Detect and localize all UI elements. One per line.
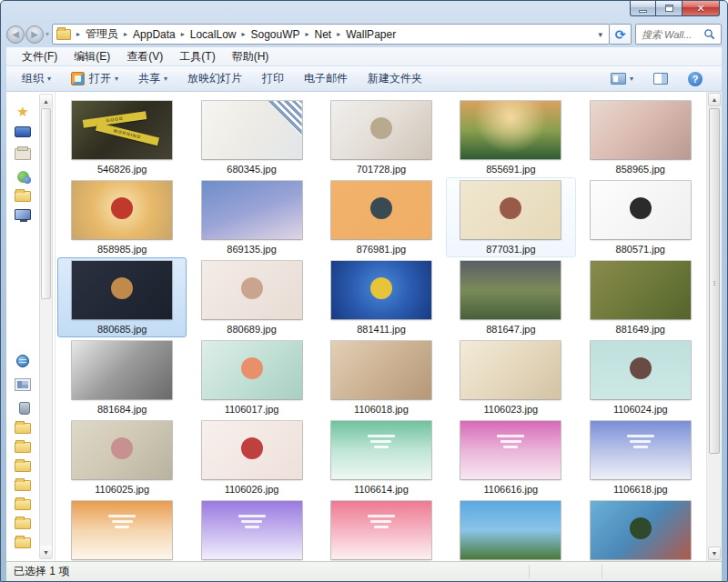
toolbar-button[interactable]: 放映幻灯片 — [179, 67, 250, 90]
current-folder-icon[interactable] — [15, 191, 31, 202]
file-item[interactable]: 680345.jpg — [187, 97, 316, 177]
back-button[interactable]: ◀ — [6, 25, 25, 44]
folder-icon[interactable] — [15, 461, 31, 472]
toolbar-button[interactable]: 组织▾ — [14, 67, 59, 90]
recent-pages-dropdown[interactable]: ▾ — [46, 30, 49, 38]
file-item[interactable]: 701728.jpg — [317, 97, 446, 177]
recycle-bin-icon[interactable] — [19, 402, 30, 415]
minimize-button[interactable] — [630, 1, 656, 16]
toolbar-button[interactable]: 打印 — [254, 67, 292, 90]
search-input[interactable] — [640, 28, 703, 41]
favorites-star-icon[interactable]: ★ — [15, 105, 31, 119]
toolbar-button[interactable]: 电子邮件 — [296, 67, 356, 90]
close-button[interactable]: ✕ — [682, 1, 720, 16]
main-area: ★ ▲ ▼ GOODMORNING546826.jpg680345.jpg701… — [6, 92, 722, 561]
file-item[interactable]: 1111582.jpg — [446, 497, 575, 561]
scrollbar-thumb[interactable] — [41, 108, 51, 299]
file-name: 1106618.jpg — [613, 484, 668, 495]
file-item[interactable]: 1106618.jpg — [576, 417, 705, 497]
folder-icon[interactable] — [15, 442, 31, 453]
forward-button[interactable]: ▶ — [25, 25, 44, 44]
scroll-down-icon[interactable]: ▼ — [708, 547, 721, 560]
control-panel-icon[interactable] — [15, 378, 31, 391]
file-item[interactable]: 880685.jpg — [57, 257, 187, 337]
file-item[interactable]: GOODMORNING546826.jpg — [57, 97, 187, 177]
file-item[interactable]: 1106629.jpg — [317, 497, 446, 561]
toolbar-button[interactable]: 共享▾ — [130, 67, 176, 90]
file-item[interactable]: 1106023.jpg — [446, 337, 575, 417]
scroll-down-icon[interactable]: ▼ — [40, 546, 52, 558]
menu-item[interactable]: 帮助(H) — [224, 47, 278, 66]
close-icon: ✕ — [696, 3, 704, 15]
file-item[interactable]: 1106024.jpg — [576, 337, 705, 417]
toolbar-button[interactable]: 打开▾ — [63, 67, 126, 90]
breadcrumb-item[interactable]: Net — [313, 27, 334, 42]
breadcrumb-item[interactable]: 管理员 — [84, 25, 120, 43]
breadcrumb-arrow-icon: ▸ — [333, 30, 344, 38]
network-icon[interactable] — [16, 355, 29, 367]
folder-icon[interactable] — [15, 518, 31, 529]
address-dropdown-icon[interactable]: ▾ — [593, 30, 607, 39]
maximize-button[interactable] — [656, 1, 682, 16]
file-item[interactable]: 1106622.jpg — [187, 497, 316, 561]
breadcrumb-item[interactable]: WallPaper — [344, 27, 398, 42]
menu-item[interactable]: 查看(V) — [118, 47, 171, 66]
menu-item[interactable]: 文件(F) — [14, 47, 66, 66]
content-scrollbar[interactable]: ▲ ▼ — [706, 92, 722, 561]
homegroup-icon[interactable] — [17, 171, 29, 183]
file-name: 1106018.jpg — [354, 404, 409, 415]
scrollbar-thumb[interactable] — [709, 108, 720, 454]
libraries-icon[interactable] — [15, 148, 31, 160]
help-button[interactable]: ? — [680, 68, 711, 90]
breadcrumb-item[interactable]: SogouWP — [248, 27, 301, 42]
file-item[interactable]: 869135.jpg — [187, 177, 316, 257]
file-name: 869135.jpg — [227, 244, 276, 255]
file-item[interactable]: 881649.jpg — [576, 257, 705, 337]
caption-buttons: ✕ — [630, 1, 720, 16]
refresh-button[interactable]: ⟳ — [610, 24, 632, 45]
computer-icon[interactable] — [15, 209, 31, 220]
file-item[interactable]: 881647.jpg — [446, 257, 575, 337]
file-item[interactable]: 1106616.jpg — [446, 417, 575, 497]
scroll-up-icon[interactable]: ▲ — [40, 95, 52, 107]
file-item[interactable]: 1106614.jpg — [317, 417, 446, 497]
file-item[interactable]: 1106025.jpg — [57, 417, 187, 497]
file-item[interactable]: 880689.jpg — [187, 257, 316, 337]
file-item[interactable]: 1106018.jpg — [317, 337, 446, 417]
change-view-button[interactable]: ▾ — [602, 69, 642, 88]
desktop-icon[interactable] — [15, 126, 31, 137]
folder-icon[interactable] — [15, 423, 31, 434]
breadcrumb-item[interactable]: AppData — [131, 27, 177, 42]
menu-item[interactable]: 编辑(E) — [66, 47, 118, 66]
file-item[interactable]: 858965.jpg — [576, 97, 705, 177]
file-item[interactable]: 1106017.jpg — [187, 337, 316, 417]
status-bar: 已选择 1 项 — [6, 561, 722, 581]
toolbar-button[interactable]: 新建文件夹 — [359, 67, 430, 90]
file-item[interactable]: 876981.jpg — [317, 177, 446, 257]
search-box[interactable] — [635, 24, 722, 45]
menu-item[interactable]: 工具(T) — [171, 47, 223, 66]
file-item[interactable]: 855691.jpg — [446, 97, 575, 177]
file-item[interactable]: 1106026.jpg — [187, 417, 316, 497]
file-item[interactable]: 1111586.jpg — [576, 497, 705, 561]
scroll-up-icon[interactable]: ▲ — [708, 93, 721, 106]
folder-icon[interactable] — [15, 537, 31, 548]
file-thumbnail — [331, 341, 431, 399]
folder-icon[interactable] — [15, 499, 31, 510]
address-bar[interactable]: ▸管理员▸AppData▸LocalLow▸SogouWP▸Net▸WallPa… — [52, 24, 610, 45]
file-item[interactable]: 881684.jpg — [57, 337, 187, 417]
file-name: 546826.jpg — [97, 164, 147, 175]
file-item[interactable]: 858985.jpg — [57, 177, 187, 257]
folder-icon[interactable] — [15, 480, 31, 491]
file-item[interactable]: 1106620.jpg — [57, 497, 187, 561]
menu-bar: 文件(F)编辑(E)查看(V)工具(T)帮助(H) — [6, 47, 722, 66]
file-item[interactable]: 880571.jpg — [576, 177, 705, 257]
file-name: 880685.jpg — [97, 324, 147, 335]
breadcrumb-item[interactable]: LocalLow — [188, 27, 238, 42]
file-item[interactable]: 881411.jpg — [317, 257, 446, 337]
file-thumbnail — [331, 421, 431, 479]
navigation-scrollbar[interactable]: ▲ ▼ — [39, 94, 53, 559]
preview-pane-button[interactable] — [645, 69, 676, 88]
file-thumbnail — [72, 261, 172, 319]
file-item[interactable]: 877031.jpg — [446, 177, 575, 257]
